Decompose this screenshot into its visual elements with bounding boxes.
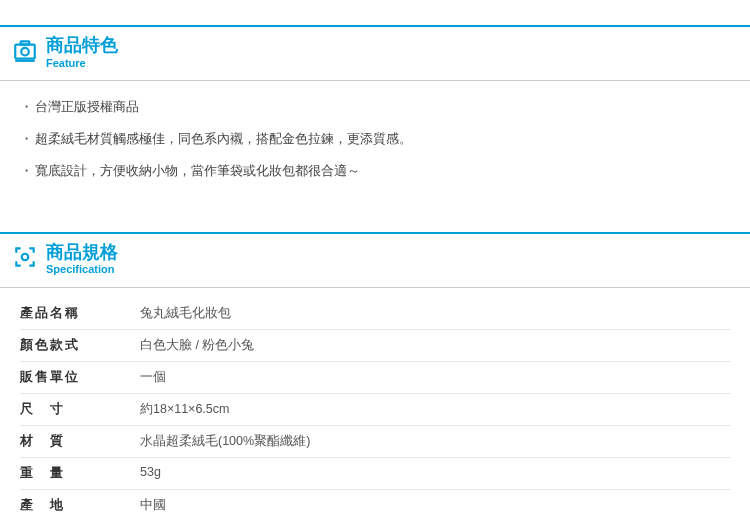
- spec-title-zh: 商品規格: [46, 242, 118, 264]
- spec-label: 尺 寸: [20, 401, 140, 418]
- spec-section: 商品規格 Specification 產品名稱兔丸絨毛化妝包顏色款式白色大臉 /…: [0, 232, 750, 519]
- spec-table: 產品名稱兔丸絨毛化妝包顏色款式白色大臉 / 粉色小兔販售單位一個尺 寸約18×1…: [0, 298, 750, 519]
- spec-label: 重 量: [20, 465, 140, 482]
- spec-label: 材 質: [20, 433, 140, 450]
- spec-row: 顏色款式白色大臉 / 粉色小兔: [20, 330, 730, 362]
- spec-title-en: Specification: [46, 263, 118, 276]
- spec-row: 販售單位一個: [20, 362, 730, 394]
- spec-body: 產品名稱兔丸絨毛化妝包顏色款式白色大臉 / 粉色小兔販售單位一個尺 寸約18×1…: [0, 287, 750, 519]
- spec-label: 販售單位: [20, 369, 140, 386]
- spec-row: 產 地中國: [20, 490, 730, 519]
- spec-label: 產品名稱: [20, 305, 140, 322]
- feature-title-zh: 商品特色: [46, 35, 118, 57]
- spec-label: 產 地: [20, 497, 140, 514]
- spec-value: 一個: [140, 369, 730, 386]
- spec-header: 商品規格 Specification: [0, 232, 750, 287]
- spec-row: 尺 寸約18×11×6.5cm: [20, 394, 730, 426]
- feature-item: 超柔絨毛材質觸感極佳，同色系內襯，搭配金色拉鍊，更添質感。: [20, 123, 730, 155]
- spec-titles: 商品規格 Specification: [46, 242, 118, 277]
- feature-section: 商品特色 Feature 台灣正版授權商品超柔絨毛材質觸感極佳，同色系內襯，搭配…: [0, 25, 750, 207]
- camera-icon: [12, 37, 38, 63]
- spec-label: 顏色款式: [20, 337, 140, 354]
- svg-rect-0: [15, 45, 35, 59]
- svg-point-1: [21, 48, 29, 56]
- spec-row: 產品名稱兔丸絨毛化妝包: [20, 298, 730, 330]
- feature-item: 台灣正版授權商品: [20, 91, 730, 123]
- feature-list: 台灣正版授權商品超柔絨毛材質觸感極佳，同色系內襯，搭配金色拉鍊，更添質感。寬底設…: [0, 91, 750, 187]
- spec-row: 材 質水晶超柔絨毛(100%聚酯纖維): [20, 426, 730, 458]
- feature-titles: 商品特色 Feature: [46, 35, 118, 70]
- feature-header: 商品特色 Feature: [0, 25, 750, 80]
- spec-value: 53g: [140, 465, 730, 482]
- feature-item: 寬底設計，方便收納小物，當作筆袋或化妝包都很合適～: [20, 155, 730, 187]
- spec-row: 重 量53g: [20, 458, 730, 490]
- spec-value: 兔丸絨毛化妝包: [140, 305, 730, 322]
- spec-value: 約18×11×6.5cm: [140, 401, 730, 418]
- spec-value: 白色大臉 / 粉色小兔: [140, 337, 730, 354]
- feature-title-en: Feature: [46, 57, 118, 70]
- spec-value: 水晶超柔絨毛(100%聚酯纖維): [140, 433, 730, 450]
- spec-value: 中國: [140, 497, 730, 514]
- svg-point-4: [22, 254, 29, 261]
- svg-rect-2: [21, 41, 30, 44]
- focus-frame-icon: [12, 244, 38, 270]
- feature-body: 台灣正版授權商品超柔絨毛材質觸感極佳，同色系內襯，搭配金色拉鍊，更添質感。寬底設…: [0, 80, 750, 207]
